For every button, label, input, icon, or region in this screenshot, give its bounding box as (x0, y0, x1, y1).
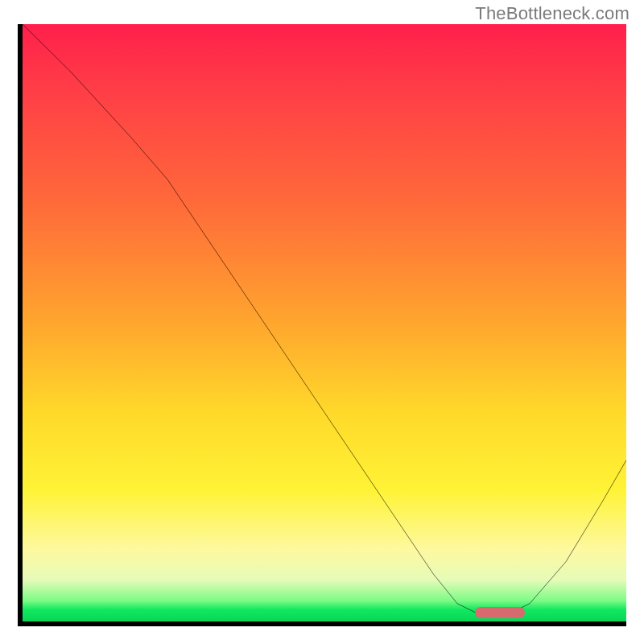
plot-area (18, 24, 626, 626)
curve-path (23, 24, 626, 616)
watermark-text: TheBottleneck.com (475, 3, 630, 24)
chart-container: TheBottleneck.com (0, 0, 644, 644)
optimal-marker (475, 607, 525, 618)
bottleneck-curve (23, 24, 626, 621)
